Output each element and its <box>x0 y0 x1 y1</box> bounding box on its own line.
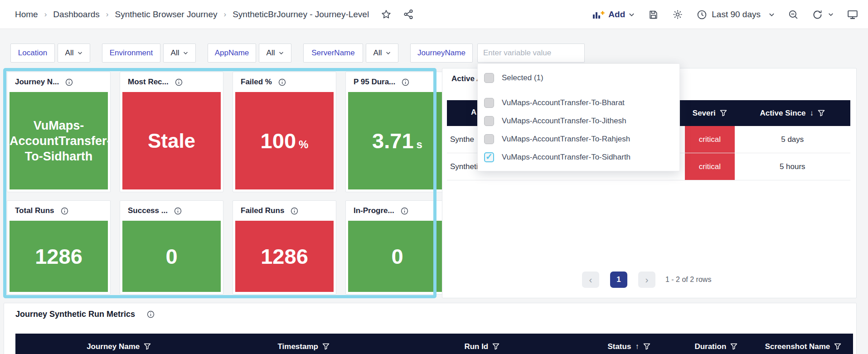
chevron-down-icon <box>386 51 391 55</box>
journeyname-variable-input[interactable] <box>477 44 585 63</box>
column-header-timestamp[interactable]: Timestamp <box>222 334 385 354</box>
refresh-icon[interactable] <box>812 10 823 20</box>
dropdown-selected-summary[interactable]: Selected (1) <box>478 69 679 87</box>
sort-asc-arrow[interactable]: ↑ <box>635 342 639 351</box>
filter-funnel-icon[interactable] <box>834 343 841 350</box>
stat-value-most-recent: Stale <box>122 92 221 189</box>
filter-funnel-icon[interactable] <box>322 343 330 350</box>
stat-value-p95-duration: 3.71s <box>348 92 446 189</box>
share-icon[interactable] <box>403 9 414 19</box>
info-icon[interactable] <box>65 78 73 86</box>
breadcrumb-separator: › <box>223 10 226 19</box>
column-header-status[interactable]: Status ↑ <box>579 334 679 354</box>
info-icon[interactable] <box>174 207 182 215</box>
filter-funnel-icon[interactable] <box>643 343 650 350</box>
panel-title: In-Progre... <box>354 206 394 215</box>
column-header-active-since[interactable]: Active Since ↓ <box>735 109 850 118</box>
kiosk-monitor-icon[interactable] <box>847 10 858 19</box>
alert-name-cell: Synthe <box>450 135 474 144</box>
save-dashboard-icon[interactable] <box>648 10 659 20</box>
dashboard-settings-gear-icon[interactable] <box>672 9 683 20</box>
filter-value-environment[interactable]: All <box>163 44 196 63</box>
filter-value-servername[interactable]: All <box>366 44 398 63</box>
breadcrumb-folder[interactable]: Synthetic Browser Journey <box>115 10 217 19</box>
panel-title: Journey Synthetic Run Metrics <box>15 310 135 319</box>
breadcrumb-dashboards[interactable]: Dashboards <box>53 10 99 19</box>
zoom-out-time-icon[interactable] <box>788 10 799 20</box>
column-header-screenshot-name[interactable]: Screenshot Name <box>753 334 853 354</box>
column-header-label: Screenshot Name <box>765 342 830 351</box>
sort-desc-arrow[interactable]: ↓ <box>810 109 814 118</box>
info-icon[interactable] <box>278 78 286 86</box>
filter-funnel-icon[interactable] <box>492 343 499 350</box>
breadcrumb: Home › Dashboards › Synthetic Browser Jo… <box>15 10 369 19</box>
checkbox-unchecked[interactable] <box>484 73 494 83</box>
filter-funnel-icon[interactable] <box>730 343 737 350</box>
refresh-controls <box>812 10 834 20</box>
stat-value-in-progress: 0 <box>348 221 446 292</box>
breadcrumb-separator: › <box>44 10 47 19</box>
info-icon[interactable] <box>175 78 183 86</box>
dropdown-option-label: VuMaps-AccountTransfer-To-Jithesh <box>502 116 626 126</box>
filter-funnel-icon[interactable] <box>818 110 825 116</box>
breadcrumb-home[interactable]: Home <box>15 10 38 19</box>
star-icon[interactable] <box>381 9 392 20</box>
dropdown-option[interactable]: VuMaps-AccountTransfer-To-Bharat <box>478 94 679 112</box>
checkbox-unchecked[interactable] <box>484 134 494 144</box>
checkbox-unchecked[interactable] <box>484 98 494 108</box>
dropdown-option-selected[interactable]: ✓ VuMaps-AccountTransfer-To-Sidharth <box>478 148 679 166</box>
variable-filters-row: Location All Environment All AppName All… <box>10 44 585 63</box>
breadcrumb-dashboard-title[interactable]: SyntheticBrJourney - Journey-Level <box>233 10 369 19</box>
stat-panel-in-progress: In-Progre... 0 <box>345 200 449 295</box>
info-icon[interactable] <box>61 207 68 215</box>
column-header-alert-name[interactable]: A <box>471 108 476 117</box>
dropdown-option-label: VuMaps-AccountTransfer-To-Rahjesh <box>502 135 630 144</box>
stat-value-success: 0 <box>122 221 221 292</box>
active-since-cell: 5 days <box>781 135 804 144</box>
column-header-label: Duration <box>694 342 726 351</box>
pagination-next-button[interactable]: › <box>638 272 655 288</box>
stat-value-failed-runs: 1286 <box>235 221 334 292</box>
filter-funnel-icon[interactable] <box>720 110 727 116</box>
filter-funnel-icon[interactable] <box>144 343 151 350</box>
panel-title: Failed Runs <box>241 206 284 215</box>
column-header-severity[interactable]: Severi <box>685 109 734 118</box>
checkbox-unchecked[interactable] <box>484 116 494 126</box>
filter-label-location: Location <box>10 44 55 63</box>
panel-title: Journey N... <box>15 78 59 87</box>
filter-value-location[interactable]: All <box>58 44 90 63</box>
filter-value-appname[interactable]: All <box>259 44 291 63</box>
stat-value-text: Stale <box>148 130 195 152</box>
column-header-label: Active Since <box>760 109 805 118</box>
info-icon[interactable] <box>147 310 155 318</box>
chevron-down-icon <box>629 13 635 17</box>
column-header-duration[interactable]: Duration <box>679 334 753 354</box>
column-header-label: Status <box>607 342 631 351</box>
dropdown-option[interactable]: VuMaps-AccountTransfer-To-Rahjesh <box>478 130 679 148</box>
stat-text-line: AccountTransfer- <box>10 133 108 149</box>
dropdown-options: VuMaps-AccountTransfer-To-Bharat VuMaps-… <box>478 94 679 166</box>
column-header-label: Journey Name <box>87 342 140 351</box>
active-since-cell: 5 hours <box>780 162 805 171</box>
filter-value-text: All <box>267 48 275 58</box>
checkbox-checked[interactable]: ✓ <box>484 152 494 162</box>
chevron-down-icon <box>78 51 82 55</box>
info-icon[interactable] <box>291 207 298 215</box>
column-header-journey-name[interactable]: Journey Name <box>15 334 222 354</box>
refresh-interval-chevron-icon[interactable] <box>828 13 834 16</box>
dropdown-option[interactable]: VuMaps-AccountTransfer-To-Jithesh <box>478 112 679 130</box>
journeyname-dropdown: Selected (1) VuMaps-AccountTransfer-To-B… <box>477 63 680 171</box>
stat-panel-total-runs: Total Runs 1286 <box>7 200 111 295</box>
pagination-page-1-button[interactable]: 1 <box>610 272 627 288</box>
info-icon[interactable] <box>401 207 408 215</box>
stat-value-text: 1286 <box>261 244 308 269</box>
pagination-prev-button[interactable]: ‹ <box>582 272 599 288</box>
time-range-picker[interactable]: Last 90 days <box>697 10 775 20</box>
stat-text-line: VuMaps- <box>10 118 108 133</box>
stat-value-text: 3.71 <box>372 128 413 153</box>
column-header-run-id[interactable]: Run Id <box>385 334 579 354</box>
add-panel-button[interactable]: Add <box>592 10 635 19</box>
column-header-label: Timestamp <box>277 342 318 351</box>
info-icon[interactable] <box>402 78 409 86</box>
pagination: ‹ 1 › 1 - 2 of 2 rows <box>582 272 711 288</box>
